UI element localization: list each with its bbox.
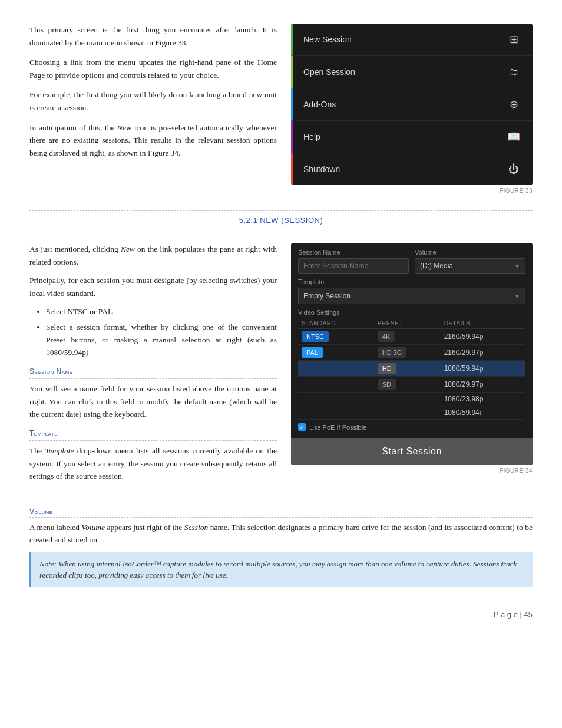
video-details-cell: 1080/59.94p <box>441 361 525 377</box>
menu-label-open-session: Open Session <box>303 67 355 77</box>
addons-icon: ⊕ <box>505 96 522 113</box>
menu-item-new-session[interactable]: New Session ⊞ <box>291 24 533 56</box>
video-table-row[interactable]: NTSC4K2160/59.94p <box>298 329 525 345</box>
top-para-2: Choosing a link from the menu updates th… <box>29 56 277 81</box>
menu-item-addons[interactable]: Add-Ons ⊕ <box>291 88 533 121</box>
video-table-row[interactable]: HD1080/59.94p <box>298 361 525 377</box>
pal-button[interactable]: PAL <box>302 347 323 358</box>
middle-intro: As just mentioned, clicking New on the l… <box>29 243 277 268</box>
sf-header: Session Name Volume (D:) Media ▼ <box>291 243 533 276</box>
note-box: Note: When using internal IsoCorder™ cap… <box>29 552 533 587</box>
shutdown-icon: ⏻ <box>505 161 522 177</box>
menu-item-open-session[interactable]: Open Session 🗂 <box>291 56 533 88</box>
video-preset-cell <box>374 393 441 406</box>
middle-para2: Principally, for each session you must d… <box>29 274 277 299</box>
video-details-cell: 2160/59.94p <box>441 329 525 345</box>
video-details-cell: 1080/59.94i <box>441 406 525 420</box>
col-preset: PRESET <box>374 318 441 329</box>
checkbox-row: ✓ Use PoE If Possible <box>291 420 533 433</box>
bullet-2: Select a session format, whether by clic… <box>46 321 277 359</box>
top-left-text: This primary screen is the first thing y… <box>29 24 277 194</box>
bullet-1: Select NTSC or PAL <box>46 305 277 318</box>
session-name-input[interactable] <box>298 258 409 274</box>
menu-label-help: Help <box>303 132 320 141</box>
top-section: This primary screen is the first thing y… <box>29 24 533 194</box>
session-panel: Session Name Volume (D:) Media ▼ Templat… <box>291 243 533 489</box>
top-para-1: This primary screen is the first thing y… <box>29 24 277 49</box>
middle-section: As just mentioned, clicking New on the l… <box>29 243 533 489</box>
ntsc-button[interactable]: NTSC <box>302 331 329 342</box>
preset-button[interactable]: HD <box>378 363 396 374</box>
section-title: 5.2.1 NEW (SESSION) <box>29 216 533 225</box>
section-link: NEW (SESSION) <box>260 216 323 225</box>
template-dropdown[interactable]: Empty Session ▼ <box>298 288 525 304</box>
video-details-cell: 1080/23.98p <box>441 393 525 406</box>
new-session-icon: ⊞ <box>505 31 522 48</box>
section-number: 5.2.1 <box>239 216 257 225</box>
video-preset-cell: SD <box>374 377 441 393</box>
volume-body: A menu labeled Volume appears just right… <box>29 521 533 546</box>
preset-button[interactable]: SD <box>378 379 396 390</box>
session-name-body: You will see a name field for your sessi… <box>29 383 277 421</box>
video-standard-cell <box>298 393 374 406</box>
video-table-row[interactable]: 1080/59.94i <box>298 406 525 420</box>
volume-subsection: Volume <box>29 508 533 518</box>
video-details-cell: 1080/29.97p <box>441 377 525 393</box>
poe-checkbox[interactable]: ✓ <box>298 423 306 431</box>
start-session-button[interactable]: Start Session <box>291 438 533 465</box>
middle-bullets: Select NTSC or PAL Select a session form… <box>46 305 277 358</box>
session-name-col: Session Name <box>298 249 409 274</box>
figure-33-caption: FIGURE 33 <box>500 187 533 194</box>
video-standard-cell: PAL <box>298 345 374 361</box>
top-para-3: For example, the first thing you will li… <box>29 88 277 114</box>
top-right-figure: New Session ⊞ Open Session 🗂 Add-Ons ⊕ H… <box>291 24 533 194</box>
video-table-row[interactable]: SD1080/29.97p <box>298 377 525 393</box>
volume-value: (D:) Media <box>420 262 453 270</box>
volume-col: Volume (D:) Media ▼ <box>415 249 525 274</box>
session-name-label: Session Name <box>298 249 409 256</box>
video-preset-cell: HD 3G <box>374 345 441 361</box>
section-divider-top <box>29 210 533 211</box>
bottom-section: Volume A menu labeled Volume appears jus… <box>29 500 533 587</box>
video-table-row[interactable]: 1080/23.98p <box>298 393 525 406</box>
menu-label-shutdown: Shutdown <box>303 164 340 174</box>
open-session-icon: 🗂 <box>505 64 522 80</box>
video-standard-cell: NTSC <box>298 329 374 345</box>
template-body: The Template drop-down menu lists all se… <box>29 444 277 483</box>
help-icon: 📖 <box>505 129 522 145</box>
video-settings-label: Video Settings <box>291 308 533 318</box>
section-divider-bottom <box>29 238 533 238</box>
video-table: STANDARD PRESET DETAILS NTSC4K2160/59.94… <box>298 318 525 420</box>
page-number: P a g e | 45 <box>494 610 533 619</box>
page-content: This primary screen is the first thing y… <box>29 24 533 619</box>
video-table-header-row: STANDARD PRESET DETAILS <box>298 318 525 329</box>
video-standard-cell <box>298 377 374 393</box>
menu-label-addons: Add-Ons <box>303 100 336 109</box>
col-standard: STANDARD <box>298 318 374 329</box>
video-standard-cell <box>298 406 374 420</box>
session-figure: Session Name Volume (D:) Media ▼ Templat… <box>291 243 533 465</box>
volume-dropdown[interactable]: (D:) Media ▼ <box>415 258 525 274</box>
preset-button[interactable]: HD 3G <box>378 347 407 358</box>
middle-left-text: As just mentioned, clicking New on the l… <box>29 243 277 489</box>
template-value: Empty Session <box>303 292 351 300</box>
volume-arrow-icon: ▼ <box>514 263 520 269</box>
menu-item-help[interactable]: Help 📖 <box>291 121 533 153</box>
video-settings-area: STANDARD PRESET DETAILS NTSC4K2160/59.94… <box>291 318 533 420</box>
session-name-subsection: Session Name <box>29 366 277 379</box>
video-preset-cell: 4K <box>374 329 441 345</box>
page-footer: P a g e | 45 <box>29 605 533 619</box>
figure-34-caption: FIGURE 34 <box>500 467 533 474</box>
menu-figure: New Session ⊞ Open Session 🗂 Add-Ons ⊕ H… <box>291 24 533 185</box>
video-preset-cell <box>374 406 441 420</box>
video-table-row[interactable]: PALHD 3G2160/29.97p <box>298 345 525 361</box>
preset-button[interactable]: 4K <box>378 331 395 342</box>
menu-item-shutdown[interactable]: Shutdown ⏻ <box>291 153 533 185</box>
template-arrow-icon: ▼ <box>514 293 520 299</box>
checkbox-label: Use PoE If Possible <box>309 424 366 431</box>
col-details: DETAILS <box>441 318 525 329</box>
video-standard-cell <box>298 361 374 377</box>
template-subsection: Template <box>29 428 277 441</box>
volume-label: Volume <box>415 249 525 256</box>
template-label: Template <box>291 276 533 286</box>
